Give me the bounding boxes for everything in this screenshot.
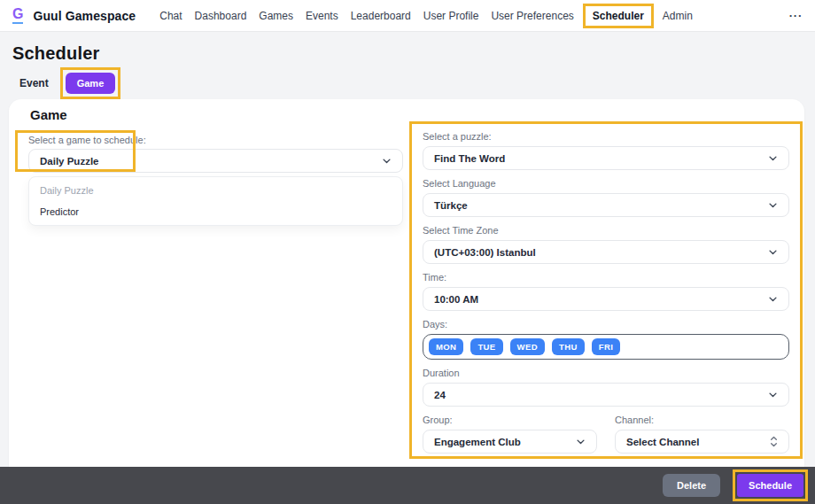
channel-label: Channel:	[615, 415, 789, 426]
group-select-value: Engagement Club	[434, 437, 521, 447]
game-select[interactable]: Daily Puzzle	[28, 149, 403, 173]
duration-label: Duration	[423, 368, 789, 379]
page-title: Scheduler	[12, 43, 100, 64]
language-select-value: Türkçe	[434, 200, 468, 211]
time-field: Time: 10:00 AM	[423, 272, 789, 311]
duration-field: Duration 24	[423, 368, 789, 407]
game-select-label: Select a game to schedule:	[28, 135, 146, 146]
chevron-down-icon	[768, 200, 778, 210]
day-pill-wed[interactable]: WED	[510, 338, 545, 355]
day-pill-tue[interactable]: TUE	[470, 338, 502, 355]
language-field: Select Language Türkçe	[423, 178, 789, 217]
dropdown-option-predictor[interactable]: Predictor	[29, 201, 402, 222]
more-options-icon[interactable]: ...	[789, 13, 803, 19]
nav-item-games[interactable]: Games	[252, 10, 299, 22]
nav-item-scheduler[interactable]: Scheduler	[590, 10, 647, 22]
highlight-box-scheduler-nav: Scheduler	[583, 4, 654, 28]
chevron-down-icon	[768, 153, 778, 163]
up-down-stepper-icon	[770, 435, 778, 448]
tab-event[interactable]: Event	[12, 72, 56, 95]
puzzle-label: Select a puzzle:	[423, 131, 789, 143]
chevron-down-icon	[768, 390, 778, 399]
language-select[interactable]: Türkçe	[423, 193, 789, 217]
group-select[interactable]: Engagement Club	[423, 430, 597, 454]
nav-item-events[interactable]: Events	[299, 10, 345, 22]
top-navbar: G Guul Gamespace Chat Dashboard Games Ev…	[0, 0, 815, 32]
highlight-box-game-tab: Game	[60, 67, 121, 99]
card-title: Game	[30, 107, 67, 122]
timezone-select-value: (UTC+03:00) Istanbul	[434, 247, 536, 258]
time-label: Time:	[423, 272, 789, 283]
nav-item-user-preferences[interactable]: User Preferences	[485, 10, 579, 22]
chevron-down-icon	[382, 156, 392, 166]
game-select-dropdown: Daily Puzzle Predictor	[28, 176, 403, 226]
duration-select-value: 24	[434, 390, 446, 400]
delete-button[interactable]: Delete	[663, 474, 720, 497]
schedule-button[interactable]: Schedule	[737, 474, 803, 497]
scheduler-tabs: Event Game	[12, 67, 120, 99]
day-pill-fri[interactable]: FRI	[592, 338, 621, 355]
app-logo-icon[interactable]: G	[12, 7, 23, 24]
game-scheduler-card: Game Select a game to schedule: Daily Pu…	[9, 99, 804, 467]
days-container[interactable]: MON TUE WED THU FRI	[423, 334, 789, 360]
days-field: Days: MON TUE WED THU FRI	[423, 319, 789, 360]
action-bar: Delete Schedule	[0, 467, 815, 504]
puzzle-select-value: Find The Word	[434, 153, 505, 164]
days-label: Days:	[423, 319, 789, 330]
time-select[interactable]: 10:00 AM	[423, 287, 789, 311]
schedule-settings-panel: Select a puzzle: Find The Word Select La…	[409, 121, 803, 459]
game-select-value: Daily Puzzle	[40, 156, 98, 167]
day-pill-thu[interactable]: THU	[552, 338, 585, 355]
nav-menu: Chat Dashboard Games Events Leaderboard …	[153, 4, 699, 28]
nav-item-dashboard[interactable]: Dashboard	[189, 10, 253, 22]
channel-select-value: Select Channel	[626, 437, 699, 447]
group-label: Group:	[423, 415, 597, 426]
puzzle-select[interactable]: Find The Word	[423, 146, 789, 170]
channel-select[interactable]: Select Channel	[615, 430, 789, 454]
nav-item-admin[interactable]: Admin	[656, 10, 699, 22]
nav-item-chat[interactable]: Chat	[153, 10, 188, 22]
chevron-down-icon	[768, 247, 778, 257]
language-label: Select Language	[423, 178, 789, 190]
group-field: Group: Engagement Club	[423, 415, 597, 454]
dropdown-option-daily-puzzle[interactable]: Daily Puzzle	[29, 180, 402, 201]
brand-title: Guul Gamespace	[33, 9, 136, 23]
channel-field: Channel: Select Channel	[615, 415, 789, 454]
time-select-value: 10:00 AM	[434, 294, 478, 305]
chevron-down-icon	[576, 437, 586, 446]
tab-game[interactable]: Game	[66, 73, 116, 94]
day-pill-mon[interactable]: MON	[429, 338, 463, 355]
puzzle-field: Select a puzzle: Find The Word	[423, 131, 789, 170]
highlight-box-schedule-button: Schedule	[733, 469, 808, 501]
timezone-field: Select Time Zone (UTC+03:00) Istanbul	[423, 225, 789, 264]
timezone-label: Select Time Zone	[423, 225, 789, 236]
nav-item-leaderboard[interactable]: Leaderboard	[345, 10, 417, 22]
group-channel-row: Group: Engagement Club Channel: Select C…	[423, 415, 789, 454]
nav-item-user-profile[interactable]: User Profile	[417, 10, 485, 22]
timezone-select[interactable]: (UTC+03:00) Istanbul	[423, 240, 789, 264]
chevron-down-icon	[768, 294, 778, 304]
duration-select[interactable]: 24	[423, 383, 789, 407]
